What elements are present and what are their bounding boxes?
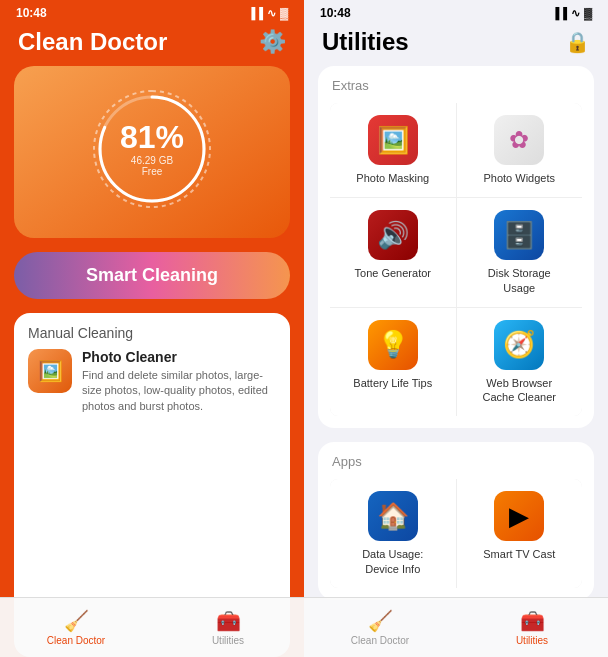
storage-card: 81% 46.29 GB Free bbox=[14, 66, 290, 238]
photo-cleaner-item[interactable]: 🖼️ Photo Cleaner Find and delete similar… bbox=[28, 349, 276, 414]
smart-tv-icon: ▶ bbox=[494, 491, 544, 541]
photo-cleaner-desc: Find and delete similar photos, large-si… bbox=[82, 368, 276, 414]
data-usage-icon: 🏠 bbox=[368, 491, 418, 541]
settings-icon[interactable]: ⚙️ bbox=[259, 29, 286, 55]
tab-clean-doctor-right[interactable]: 🧹 Clean Doctor bbox=[304, 598, 456, 657]
disk-storage-label: Disk StorageUsage bbox=[488, 266, 551, 295]
extras-section: Extras 🖼️ Photo Masking ✿ Photo Widgets … bbox=[318, 66, 594, 428]
tone-generator-icon: 🔊 bbox=[368, 210, 418, 260]
tab-clean-doctor-label-right: Clean Doctor bbox=[351, 635, 409, 646]
web-browser-item[interactable]: 🧭 Web BrowserCache Cleaner bbox=[457, 308, 583, 417]
tab-utilities-label-right: Utilities bbox=[516, 635, 548, 646]
wifi-icon: ∿ bbox=[267, 7, 276, 20]
tone-generator-label: Tone Generator bbox=[355, 266, 431, 280]
right-status-icons: ▐▐ ∿ ▓ bbox=[551, 7, 592, 20]
disk-storage-item[interactable]: 🗄️ Disk StorageUsage bbox=[457, 198, 583, 307]
tab-utilities-icon-left: 🧰 bbox=[216, 609, 241, 633]
battery-icon: ▓ bbox=[280, 7, 288, 19]
tab-utilities-right[interactable]: 🧰 Utilities bbox=[456, 598, 608, 657]
left-tab-bar: 🧹 Clean Doctor 🧰 Utilities bbox=[0, 597, 304, 657]
right-tab-bar: 🧹 Clean Doctor 🧰 Utilities bbox=[304, 597, 608, 657]
tab-utilities-label-left: Utilities bbox=[212, 635, 244, 646]
right-status-bar: 10:48 ▐▐ ∿ ▓ bbox=[304, 0, 608, 24]
right-battery-icon: ▓ bbox=[584, 7, 592, 19]
lock-icon[interactable]: 🔒 bbox=[565, 30, 590, 54]
photo-widgets-item[interactable]: ✿ Photo Widgets bbox=[457, 103, 583, 197]
web-browser-icon: 🧭 bbox=[494, 320, 544, 370]
extras-grid: 🖼️ Photo Masking ✿ Photo Widgets 🔊 Tone … bbox=[330, 103, 582, 416]
right-time: 10:48 bbox=[320, 6, 351, 20]
left-app-header: Clean Doctor ⚙️ bbox=[0, 24, 304, 66]
apps-title: Apps bbox=[330, 454, 582, 469]
signal-icon: ▐▐ bbox=[247, 7, 263, 19]
tone-generator-item[interactable]: 🔊 Tone Generator bbox=[330, 198, 456, 307]
web-browser-label: Web BrowserCache Cleaner bbox=[483, 376, 556, 405]
tab-clean-doctor-left[interactable]: 🧹 Clean Doctor bbox=[0, 598, 152, 657]
photo-widgets-label: Photo Widgets bbox=[483, 171, 555, 185]
battery-tips-item[interactable]: 💡 Battery Life Tips bbox=[330, 308, 456, 417]
photo-masking-label: Photo Masking bbox=[356, 171, 429, 185]
smart-tv-item[interactable]: ▶ Smart TV Cast bbox=[457, 479, 583, 588]
photo-cleaner-text: Photo Cleaner Find and delete similar ph… bbox=[82, 349, 276, 414]
apps-section: Apps 🏠 Data Usage:Device Info ▶ Smart TV… bbox=[318, 442, 594, 600]
data-usage-label: Data Usage:Device Info bbox=[362, 547, 423, 576]
photo-cleaner-title: Photo Cleaner bbox=[82, 349, 276, 365]
utilities-title: Utilities bbox=[322, 28, 409, 56]
right-wifi-icon: ∿ bbox=[571, 7, 580, 20]
left-time: 10:48 bbox=[16, 6, 47, 20]
data-usage-item[interactable]: 🏠 Data Usage:Device Info bbox=[330, 479, 456, 588]
photo-cleaner-icon: 🖼️ bbox=[28, 349, 72, 393]
utilities-scroll: Extras 🖼️ Photo Masking ✿ Photo Widgets … bbox=[304, 66, 608, 657]
tab-utilities-left[interactable]: 🧰 Utilities bbox=[152, 598, 304, 657]
smart-clean-button[interactable]: Smart Cleaning bbox=[14, 252, 290, 299]
battery-tips-icon: 💡 bbox=[368, 320, 418, 370]
storage-circle: 81% 46.29 GB Free bbox=[87, 84, 217, 214]
smart-tv-label: Smart TV Cast bbox=[483, 547, 555, 561]
right-panel: 10:48 ▐▐ ∿ ▓ Utilities 🔒 Extras 🖼️ Photo… bbox=[304, 0, 608, 657]
tab-clean-doctor-label: Clean Doctor bbox=[47, 635, 105, 646]
disk-storage-icon: 🗄️ bbox=[494, 210, 544, 260]
left-status-bar: 10:48 ▐▐ ∿ ▓ bbox=[0, 0, 304, 24]
photo-masking-item[interactable]: 🖼️ Photo Masking bbox=[330, 103, 456, 197]
photo-masking-icon: 🖼️ bbox=[368, 115, 418, 165]
left-panel: 10:48 ▐▐ ∿ ▓ Clean Doctor ⚙️ 81% 46.29 G… bbox=[0, 0, 304, 657]
tab-clean-doctor-icon: 🧹 bbox=[64, 609, 89, 633]
extras-title: Extras bbox=[330, 78, 582, 93]
tab-utilities-icon-right: 🧰 bbox=[520, 609, 545, 633]
storage-info: 81% 46.29 GB Free bbox=[120, 121, 185, 177]
battery-tips-label: Battery Life Tips bbox=[353, 376, 432, 390]
manual-section-title: Manual Cleaning bbox=[28, 325, 276, 341]
storage-percent: 81% bbox=[120, 121, 185, 153]
right-header: Utilities 🔒 bbox=[304, 24, 608, 66]
tab-clean-doctor-icon-right: 🧹 bbox=[368, 609, 393, 633]
storage-free: 46.29 GB Free bbox=[120, 155, 185, 177]
left-status-icons: ▐▐ ∿ ▓ bbox=[247, 7, 288, 20]
app-title: Clean Doctor bbox=[18, 28, 167, 56]
right-signal-icon: ▐▐ bbox=[551, 7, 567, 19]
photo-widgets-icon: ✿ bbox=[494, 115, 544, 165]
apps-grid: 🏠 Data Usage:Device Info ▶ Smart TV Cast bbox=[330, 479, 582, 588]
